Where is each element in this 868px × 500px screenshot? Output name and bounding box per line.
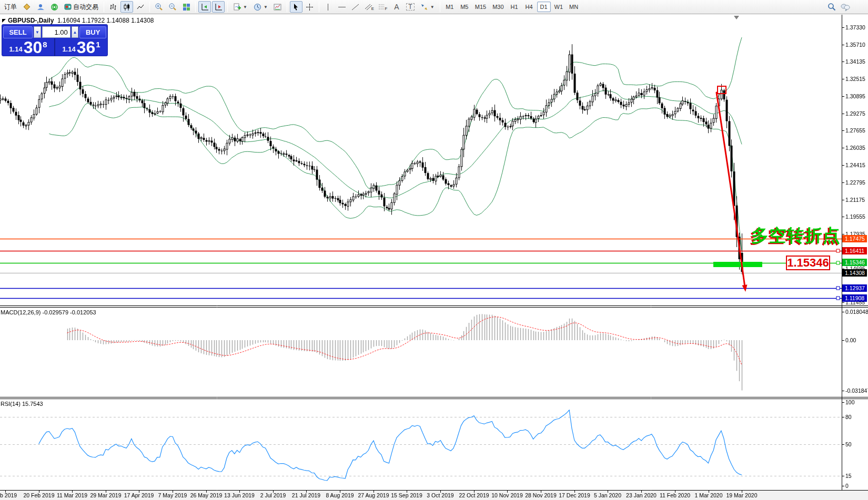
bar-chart-icon[interactable] (107, 1, 119, 13)
new-order-label: 订单 (4, 3, 17, 12)
chevron-down-icon: ▼ (264, 5, 268, 9)
new-order-button[interactable]: 订单 (2, 1, 19, 13)
tile-windows-icon[interactable] (180, 1, 193, 13)
timeframe-button-m5[interactable]: M5 (458, 2, 471, 12)
timeframe-button-d1[interactable]: D1 (537, 2, 551, 12)
cursor-icon[interactable] (290, 1, 302, 13)
separator (195, 2, 196, 12)
one-click-prices: 1.14 30 8 1.14 36 1 (2, 38, 107, 56)
turning-point-annotation[interactable]: 多空转折点 (751, 224, 841, 248)
sell-button[interactable]: SELL (3, 26, 33, 38)
ohlc-values: 1.16094 1.17922 1.14088 1.14308 (57, 17, 154, 24)
price-tick: 1.37330 (845, 24, 865, 30)
separator (227, 2, 228, 12)
price-tick: 1.30895 (845, 93, 865, 99)
price-tick: 1.29275 (845, 110, 865, 117)
indicators-button[interactable]: ▼ (230, 1, 250, 13)
autotrade-button[interactable]: 自动交易 (62, 1, 101, 13)
chart-canvas[interactable] (0, 0, 868, 500)
auto-scroll-icon[interactable] (198, 1, 211, 13)
date-label: 22 Oct 2019 (459, 492, 489, 498)
price-label: 1.11908 (842, 294, 867, 302)
timeframe-button-h4[interactable]: H4 (522, 2, 536, 12)
autotrade-icon (64, 3, 72, 11)
date-label: 20 Feb 2019 (24, 492, 55, 498)
date-label: 21 Jul 2019 (292, 492, 320, 498)
date-label: 7 May 2019 (158, 492, 187, 498)
channel-icon[interactable]: E (363, 1, 376, 13)
arrows-button[interactable]: ▼ (418, 1, 437, 13)
crosshair-icon[interactable] (304, 1, 316, 13)
volume-input[interactable] (42, 26, 70, 38)
timeframe-group: M1M5M15M30H1H4D1W1MN (442, 2, 581, 12)
price-label: 1.17475 (842, 235, 867, 242)
price-tick: 1.21175 (845, 197, 865, 203)
chart-shift-icon[interactable] (212, 1, 225, 13)
hline-icon[interactable] (336, 1, 348, 13)
date-label: 11 Feb 2020 (660, 492, 690, 498)
timeframe-button-mn[interactable]: MN (567, 2, 581, 12)
rsi-label: RSI(14) 15.7543 (1, 401, 43, 407)
bid-price-big: 30 (24, 39, 43, 55)
macd-tick: 0.018048 (845, 309, 868, 315)
volume-increase-button[interactable]: ▲ (72, 26, 79, 38)
label-icon[interactable]: T (404, 1, 417, 13)
separator (440, 2, 440, 12)
price-label: 1.16411 (842, 247, 867, 254)
rsi-tick: 50 (845, 441, 852, 447)
timeframe-button-w1[interactable]: W1 (552, 2, 566, 12)
ask-price-small: 1.14 (62, 45, 75, 53)
date-label: 19 Mar 2020 (726, 492, 758, 498)
vline-icon[interactable] (322, 1, 335, 13)
date-label: 17 Dec 2019 (559, 492, 590, 498)
price-level-box[interactable]: 1.15346 (786, 256, 830, 270)
macd-tick: 0.00 (845, 337, 856, 343)
candlestick-icon[interactable] (120, 1, 133, 13)
fibonacci-icon[interactable]: F (377, 1, 389, 13)
date-label: 26 May 2019 (190, 492, 223, 498)
price-tick: 1.19555 (845, 213, 865, 220)
macd-label: MACD(12,26,9) -0.029579 -0.012053 (1, 309, 96, 315)
date-label: 27 Aug 2019 (358, 492, 389, 498)
date-label: 8 Aug 2019 (326, 492, 354, 498)
templates-icon[interactable] (271, 1, 284, 13)
date-label: 13 Jun 2019 (224, 492, 255, 498)
price-tick: 1.27655 (845, 127, 865, 134)
rsi-tick: 15 (845, 473, 852, 479)
timeframe-button-m30[interactable]: M30 (490, 2, 506, 12)
signals-icon[interactable] (48, 1, 60, 13)
bid-price-small: 1.14 (9, 45, 22, 53)
trendline-icon[interactable] (349, 1, 362, 13)
zoom-out-icon[interactable] (166, 1, 179, 13)
timeframe-button-m15[interactable]: M15 (472, 2, 489, 12)
date-label: 11 Mar 2019 (57, 492, 87, 498)
price-label: 1.14308 (842, 269, 867, 277)
one-click-trading-panel: SELL ▼ ▲ BUY 1.14 30 8 1.14 36 1 (2, 24, 108, 56)
rsi-tick: 80 (845, 414, 852, 420)
ask-price-sup: 1 (96, 40, 100, 49)
ask-price[interactable]: 1.14 36 1 (55, 38, 107, 56)
zoom-in-icon[interactable] (153, 1, 165, 13)
mt4-window: 订单 自动交易 (0, 0, 868, 500)
search-icon[interactable] (825, 1, 838, 13)
chat-icon[interactable] (839, 1, 852, 13)
timeframe-button-h1[interactable]: H1 (508, 2, 521, 12)
chevron-down-icon: ▼ (430, 5, 435, 9)
community-icon[interactable] (34, 1, 47, 13)
line-chart-icon[interactable] (134, 1, 147, 13)
toolbar: 订单 自动交易 (0, 0, 868, 14)
date-label: Feb 2019 (0, 492, 17, 498)
timeframe-button-m1[interactable]: M1 (443, 2, 457, 12)
bid-price[interactable]: 1.14 30 8 (2, 38, 54, 56)
price-tick: 1.22795 (845, 179, 865, 186)
macd-tick: -0.031847 (845, 387, 868, 394)
channel-letter: E (371, 6, 374, 11)
buy-button[interactable]: BUY (79, 26, 106, 38)
date-label: 2 Jul 2019 (260, 492, 286, 498)
collapse-panel-icon[interactable] (2, 19, 6, 23)
symbol-period-label: GBPUSD-,Daily (8, 17, 54, 24)
cube-icon[interactable] (21, 1, 33, 13)
volume-decrease-button[interactable]: ▼ (34, 26, 41, 38)
text-icon[interactable]: A (390, 1, 403, 13)
periods-button[interactable]: ▼ (251, 1, 270, 13)
